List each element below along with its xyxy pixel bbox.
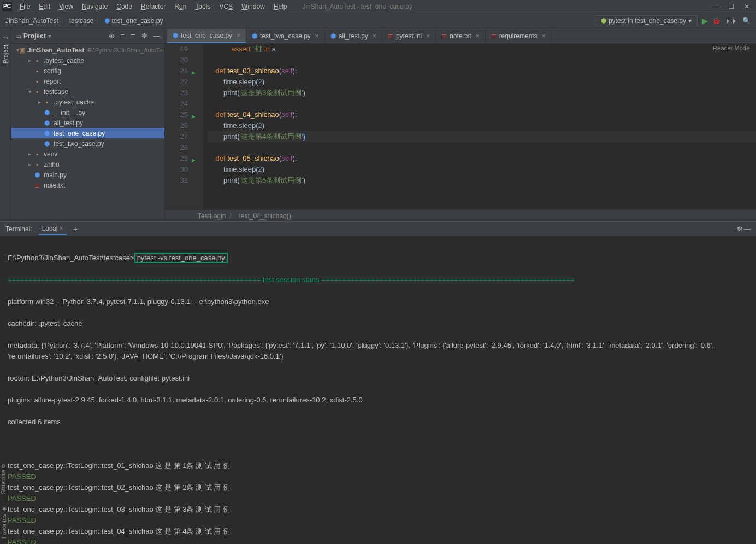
- window-title: JinShan_AutoTest - test_one_case.py: [302, 3, 412, 10]
- crumb-project[interactable]: JinShan_AutoTest: [5, 17, 58, 25]
- app-logo: PC: [2, 2, 12, 11]
- menu-navigate[interactable]: Navigate: [78, 3, 112, 10]
- tree-folder-pytest-cache[interactable]: ▸▪.pytest_cache: [11, 55, 164, 66]
- code-editor[interactable]: 1920 21▶ 222324 25▶ 262728 29▶ 3031 asse…: [165, 44, 756, 209]
- new-terminal-tab[interactable]: +: [73, 225, 78, 233]
- run-gutter-icon[interactable]: ▶: [192, 111, 196, 122]
- crumb-folder[interactable]: testcase: [69, 17, 94, 25]
- menubar: PC File Edit View Navigate Code Refactor…: [0, 0, 756, 13]
- close-tab-icon[interactable]: ×: [315, 32, 319, 40]
- hide-icon[interactable]: —: [153, 32, 160, 40]
- terminal-tab-local[interactable]: Local ×: [39, 223, 67, 235]
- project-icon: ▭: [2, 34, 8, 42]
- close-tab-icon[interactable]: ×: [476, 32, 480, 40]
- terminal-settings-icon[interactable]: ✼ —: [737, 225, 751, 233]
- search-icon[interactable]: 🔍: [742, 17, 751, 25]
- terminal-output[interactable]: E:\Python3\JinShan_AutoTest\testcase>pyt…: [0, 236, 756, 544]
- tree-folder-venv[interactable]: ▸▪venv: [11, 149, 164, 159]
- menu-code[interactable]: Code: [112, 3, 137, 10]
- project-panel-title: Project: [23, 32, 46, 40]
- tree-file-note[interactable]: ≣note.txt: [11, 180, 164, 190]
- tree-root[interactable]: ▾▣JinShan_AutoTestE:\Python3\JinShan_Aut…: [11, 45, 164, 55]
- terminal-panel: Terminal: Local × + ✼ — E:\Python3\JinSh…: [0, 221, 756, 544]
- chevron-right-icon: 〉: [61, 16, 67, 25]
- run-gutter-icon[interactable]: ▶: [192, 67, 196, 78]
- collapse-all-icon[interactable]: ≣: [130, 32, 136, 40]
- reader-mode-label[interactable]: Reader Mode: [713, 45, 749, 51]
- crumb-file[interactable]: test_one_case.py: [111, 17, 163, 25]
- menu-refactor[interactable]: Refactor: [137, 3, 170, 10]
- editor-area: ⬢test_one_case.py× ⬢test_two_case.py× ⬢a…: [165, 28, 756, 221]
- tree-file-alltest[interactable]: ⬢all_test.py: [11, 118, 164, 128]
- tab-test-two[interactable]: ⬢test_two_case.py×: [246, 29, 325, 43]
- project-panel: ▭ Project ▾ ⊕ ≡ ≣ ✼ — ▾▣JinShan_AutoTest…: [11, 28, 165, 221]
- structure-tool-tab[interactable]: Structure ⧉: [0, 464, 11, 494]
- tree-file-test-two[interactable]: ⬢test_two_case.py: [11, 138, 164, 149]
- tree-file-test-one[interactable]: ⬢test_one_case.py: [11, 128, 164, 138]
- project-tool-tab[interactable]: ▭ Project: [0, 28, 11, 221]
- editor-breadcrumb[interactable]: TestLogin〉test_04_shichao(): [165, 209, 756, 221]
- tab-test-one[interactable]: ⬢test_one_case.py×: [167, 29, 246, 43]
- tree-folder-testcase-cache[interactable]: ▸▪.pytest_cache: [11, 97, 164, 107]
- maximize-icon[interactable]: ☐: [728, 3, 734, 10]
- tree-folder-config[interactable]: ▪config: [11, 66, 164, 76]
- code-content[interactable]: assert '测' in a def test_03_shichao(self…: [203, 44, 756, 209]
- tab-pytest-ini[interactable]: ≣pytest.ini×: [382, 29, 436, 43]
- tree-folder-zhihu[interactable]: ▸▪zhihu: [11, 159, 164, 169]
- line-gutter: 1920 21▶ 222324 25▶ 262728 29▶ 3031: [165, 44, 192, 209]
- chevron-down-icon: ▾: [688, 17, 692, 25]
- project-view-icon: ▭: [15, 32, 21, 40]
- tree-file-main[interactable]: ⬢main.py: [11, 169, 164, 180]
- menu-tools[interactable]: Tools: [191, 3, 215, 10]
- menu-window[interactable]: Window: [237, 3, 269, 10]
- menu-help[interactable]: Help: [269, 3, 292, 10]
- close-tab-icon[interactable]: ×: [373, 32, 376, 40]
- tree-folder-report[interactable]: ▪report: [11, 76, 164, 86]
- run-gutter-icon[interactable]: ▶: [192, 155, 196, 166]
- chevron-right-icon: 〉: [96, 16, 102, 25]
- minimize-icon[interactable]: —: [712, 3, 718, 10]
- left-bottom-tool-tabs: Structure ⧉ Favorites ★: [0, 464, 11, 544]
- settings-icon[interactable]: ✼: [141, 32, 147, 40]
- close-tab-icon[interactable]: ×: [237, 32, 240, 39]
- python-file-icon: ⬢: [104, 17, 110, 25]
- menu-vcs[interactable]: VCS: [215, 3, 237, 10]
- locate-icon[interactable]: ⊕: [109, 32, 115, 40]
- expand-all-icon[interactable]: ≡: [120, 32, 125, 40]
- editor-tabs: ⬢test_one_case.py× ⬢test_two_case.py× ⬢a…: [165, 28, 756, 44]
- project-tree[interactable]: ▾▣JinShan_AutoTestE:\Python3\JinShan_Aut…: [11, 44, 164, 221]
- tree-folder-testcase[interactable]: ▾▪testcase: [11, 86, 164, 97]
- favorites-tool-tab[interactable]: Favorites ★: [0, 505, 11, 539]
- menu-view[interactable]: View: [55, 3, 78, 10]
- tab-requirements[interactable]: ≣requirements×: [486, 29, 552, 43]
- run-button[interactable]: ▶: [702, 16, 708, 25]
- run-config-dropdown[interactable]: ⬢ pytest in test_one_case.py ▾: [595, 15, 698, 26]
- menu-file[interactable]: File: [15, 3, 34, 10]
- menu-run[interactable]: Run: [170, 3, 191, 10]
- terminal-title: Terminal:: [5, 225, 32, 233]
- tab-note[interactable]: ≣note.txt×: [436, 29, 485, 43]
- chevron-down-icon[interactable]: ▾: [48, 32, 51, 40]
- navigation-bar: JinShan_AutoTest 〉 testcase 〉 ⬢ test_one…: [0, 13, 756, 28]
- more-run-icon[interactable]: ⏵⏵: [725, 17, 738, 25]
- close-icon[interactable]: ✕: [744, 3, 749, 10]
- command-highlight: pytest -vs test_one_case.py: [134, 253, 228, 263]
- tree-file-init[interactable]: ⬢__init__.py: [11, 107, 164, 118]
- close-tab-icon[interactable]: ×: [426, 32, 430, 40]
- menu-edit[interactable]: Edit: [34, 3, 55, 10]
- pytest-icon: ⬢: [601, 17, 606, 25]
- tab-all-test[interactable]: ⬢all_test.py×: [325, 29, 382, 43]
- debug-button[interactable]: 🐞: [712, 17, 720, 25]
- close-tab-icon[interactable]: ×: [542, 32, 546, 40]
